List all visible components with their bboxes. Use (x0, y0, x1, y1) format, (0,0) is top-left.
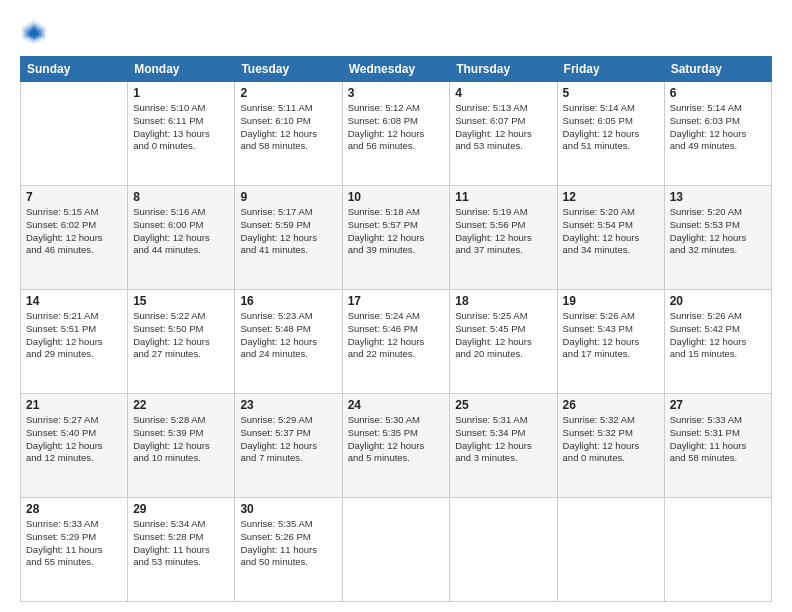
column-header-saturday: Saturday (664, 57, 771, 82)
day-cell (342, 498, 450, 602)
day-info: Sunrise: 5:16 AM Sunset: 6:00 PM Dayligh… (133, 206, 229, 257)
day-cell: 10Sunrise: 5:18 AM Sunset: 5:57 PM Dayli… (342, 186, 450, 290)
day-info: Sunrise: 5:13 AM Sunset: 6:07 PM Dayligh… (455, 102, 551, 153)
day-info: Sunrise: 5:26 AM Sunset: 5:42 PM Dayligh… (670, 310, 766, 361)
day-cell: 14Sunrise: 5:21 AM Sunset: 5:51 PM Dayli… (21, 290, 128, 394)
day-number: 9 (240, 190, 336, 204)
day-number: 2 (240, 86, 336, 100)
day-info: Sunrise: 5:20 AM Sunset: 5:53 PM Dayligh… (670, 206, 766, 257)
day-info: Sunrise: 5:10 AM Sunset: 6:11 PM Dayligh… (133, 102, 229, 153)
day-number: 4 (455, 86, 551, 100)
day-info: Sunrise: 5:35 AM Sunset: 5:26 PM Dayligh… (240, 518, 336, 569)
day-number: 15 (133, 294, 229, 308)
day-number: 11 (455, 190, 551, 204)
day-number: 18 (455, 294, 551, 308)
day-info: Sunrise: 5:20 AM Sunset: 5:54 PM Dayligh… (563, 206, 659, 257)
week-row-3: 14Sunrise: 5:21 AM Sunset: 5:51 PM Dayli… (21, 290, 772, 394)
column-header-sunday: Sunday (21, 57, 128, 82)
day-number: 28 (26, 502, 122, 516)
header (20, 18, 772, 46)
day-info: Sunrise: 5:22 AM Sunset: 5:50 PM Dayligh… (133, 310, 229, 361)
day-number: 12 (563, 190, 659, 204)
day-info: Sunrise: 5:25 AM Sunset: 5:45 PM Dayligh… (455, 310, 551, 361)
day-info: Sunrise: 5:26 AM Sunset: 5:43 PM Dayligh… (563, 310, 659, 361)
day-number: 16 (240, 294, 336, 308)
day-number: 17 (348, 294, 445, 308)
day-cell: 6Sunrise: 5:14 AM Sunset: 6:03 PM Daylig… (664, 82, 771, 186)
calendar-header: SundayMondayTuesdayWednesdayThursdayFrid… (21, 57, 772, 82)
week-row-4: 21Sunrise: 5:27 AM Sunset: 5:40 PM Dayli… (21, 394, 772, 498)
day-cell: 9Sunrise: 5:17 AM Sunset: 5:59 PM Daylig… (235, 186, 342, 290)
week-row-1: 1Sunrise: 5:10 AM Sunset: 6:11 PM Daylig… (21, 82, 772, 186)
day-cell: 19Sunrise: 5:26 AM Sunset: 5:43 PM Dayli… (557, 290, 664, 394)
calendar-body: 1Sunrise: 5:10 AM Sunset: 6:11 PM Daylig… (21, 82, 772, 602)
day-number: 26 (563, 398, 659, 412)
day-cell: 17Sunrise: 5:24 AM Sunset: 5:46 PM Dayli… (342, 290, 450, 394)
day-cell: 23Sunrise: 5:29 AM Sunset: 5:37 PM Dayli… (235, 394, 342, 498)
day-cell: 11Sunrise: 5:19 AM Sunset: 5:56 PM Dayli… (450, 186, 557, 290)
day-info: Sunrise: 5:34 AM Sunset: 5:28 PM Dayligh… (133, 518, 229, 569)
day-number: 6 (670, 86, 766, 100)
day-number: 27 (670, 398, 766, 412)
day-cell: 20Sunrise: 5:26 AM Sunset: 5:42 PM Dayli… (664, 290, 771, 394)
day-cell: 24Sunrise: 5:30 AM Sunset: 5:35 PM Dayli… (342, 394, 450, 498)
day-info: Sunrise: 5:11 AM Sunset: 6:10 PM Dayligh… (240, 102, 336, 153)
column-header-wednesday: Wednesday (342, 57, 450, 82)
day-info: Sunrise: 5:27 AM Sunset: 5:40 PM Dayligh… (26, 414, 122, 465)
day-cell: 25Sunrise: 5:31 AM Sunset: 5:34 PM Dayli… (450, 394, 557, 498)
day-number: 14 (26, 294, 122, 308)
day-number: 7 (26, 190, 122, 204)
day-cell: 3Sunrise: 5:12 AM Sunset: 6:08 PM Daylig… (342, 82, 450, 186)
day-cell: 26Sunrise: 5:32 AM Sunset: 5:32 PM Dayli… (557, 394, 664, 498)
calendar-table: SundayMondayTuesdayWednesdayThursdayFrid… (20, 56, 772, 602)
day-cell: 30Sunrise: 5:35 AM Sunset: 5:26 PM Dayli… (235, 498, 342, 602)
day-cell: 18Sunrise: 5:25 AM Sunset: 5:45 PM Dayli… (450, 290, 557, 394)
day-cell (664, 498, 771, 602)
day-number: 23 (240, 398, 336, 412)
day-info: Sunrise: 5:33 AM Sunset: 5:31 PM Dayligh… (670, 414, 766, 465)
day-number: 20 (670, 294, 766, 308)
day-number: 22 (133, 398, 229, 412)
day-number: 25 (455, 398, 551, 412)
day-number: 19 (563, 294, 659, 308)
day-cell: 7Sunrise: 5:15 AM Sunset: 6:02 PM Daylig… (21, 186, 128, 290)
day-cell: 1Sunrise: 5:10 AM Sunset: 6:11 PM Daylig… (128, 82, 235, 186)
day-info: Sunrise: 5:24 AM Sunset: 5:46 PM Dayligh… (348, 310, 445, 361)
day-number: 13 (670, 190, 766, 204)
column-header-thursday: Thursday (450, 57, 557, 82)
day-cell (21, 82, 128, 186)
page: SundayMondayTuesdayWednesdayThursdayFrid… (0, 0, 792, 612)
column-header-monday: Monday (128, 57, 235, 82)
day-cell: 29Sunrise: 5:34 AM Sunset: 5:28 PM Dayli… (128, 498, 235, 602)
day-number: 8 (133, 190, 229, 204)
day-number: 29 (133, 502, 229, 516)
day-number: 10 (348, 190, 445, 204)
day-cell: 2Sunrise: 5:11 AM Sunset: 6:10 PM Daylig… (235, 82, 342, 186)
day-number: 30 (240, 502, 336, 516)
day-info: Sunrise: 5:18 AM Sunset: 5:57 PM Dayligh… (348, 206, 445, 257)
day-info: Sunrise: 5:29 AM Sunset: 5:37 PM Dayligh… (240, 414, 336, 465)
day-info: Sunrise: 5:28 AM Sunset: 5:39 PM Dayligh… (133, 414, 229, 465)
column-header-tuesday: Tuesday (235, 57, 342, 82)
logo-icon (20, 18, 48, 46)
day-info: Sunrise: 5:12 AM Sunset: 6:08 PM Dayligh… (348, 102, 445, 153)
day-info: Sunrise: 5:23 AM Sunset: 5:48 PM Dayligh… (240, 310, 336, 361)
day-info: Sunrise: 5:17 AM Sunset: 5:59 PM Dayligh… (240, 206, 336, 257)
day-cell: 28Sunrise: 5:33 AM Sunset: 5:29 PM Dayli… (21, 498, 128, 602)
day-cell (557, 498, 664, 602)
week-row-2: 7Sunrise: 5:15 AM Sunset: 6:02 PM Daylig… (21, 186, 772, 290)
day-number: 21 (26, 398, 122, 412)
day-cell: 27Sunrise: 5:33 AM Sunset: 5:31 PM Dayli… (664, 394, 771, 498)
day-info: Sunrise: 5:32 AM Sunset: 5:32 PM Dayligh… (563, 414, 659, 465)
day-cell: 8Sunrise: 5:16 AM Sunset: 6:00 PM Daylig… (128, 186, 235, 290)
day-number: 5 (563, 86, 659, 100)
day-cell: 4Sunrise: 5:13 AM Sunset: 6:07 PM Daylig… (450, 82, 557, 186)
day-info: Sunrise: 5:33 AM Sunset: 5:29 PM Dayligh… (26, 518, 122, 569)
day-cell: 5Sunrise: 5:14 AM Sunset: 6:05 PM Daylig… (557, 82, 664, 186)
day-cell: 13Sunrise: 5:20 AM Sunset: 5:53 PM Dayli… (664, 186, 771, 290)
day-info: Sunrise: 5:31 AM Sunset: 5:34 PM Dayligh… (455, 414, 551, 465)
day-info: Sunrise: 5:14 AM Sunset: 6:03 PM Dayligh… (670, 102, 766, 153)
day-info: Sunrise: 5:19 AM Sunset: 5:56 PM Dayligh… (455, 206, 551, 257)
day-cell: 16Sunrise: 5:23 AM Sunset: 5:48 PM Dayli… (235, 290, 342, 394)
day-cell: 22Sunrise: 5:28 AM Sunset: 5:39 PM Dayli… (128, 394, 235, 498)
